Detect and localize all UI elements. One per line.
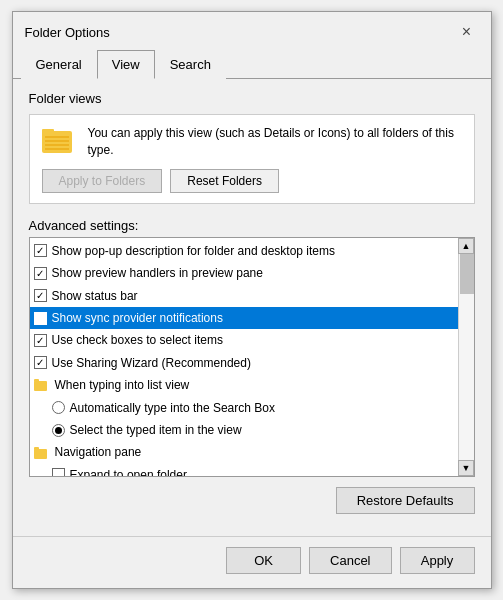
apply-to-folders-button[interactable]: Apply to Folders <box>42 169 163 193</box>
advanced-settings-section: Advanced settings: Show pop-up descripti… <box>29 218 475 477</box>
svg-rect-4 <box>45 144 69 146</box>
tab-content: Folder views You can apply <box>13 79 491 536</box>
list-item[interactable]: Use check boxes to select items <box>30 329 458 351</box>
scrollbar-down-button[interactable]: ▼ <box>458 460 474 476</box>
scrollbar-up-button[interactable]: ▲ <box>458 238 474 254</box>
list-item[interactable]: Show status bar <box>30 285 458 307</box>
svg-rect-9 <box>34 447 39 450</box>
list-item-label: Show pop-up description for folder and d… <box>52 241 336 261</box>
list-item[interactable]: Expand to open folder <box>30 464 458 476</box>
list-item-label: Navigation pane <box>55 442 142 462</box>
list-item-label: Show status bar <box>52 286 138 306</box>
radio-icon <box>52 401 65 414</box>
svg-rect-6 <box>34 381 47 391</box>
tab-general[interactable]: General <box>21 50 97 79</box>
radio-icon <box>52 424 65 437</box>
folder-views-box: You can apply this view (such as Details… <box>29 114 475 204</box>
list-item[interactable]: Use Sharing Wizard (Recommended) <box>30 352 458 374</box>
list-item-label: Show sync provider notifications <box>52 308 223 328</box>
list-item[interactable]: Automatically type into the Search Box <box>30 397 458 419</box>
svg-rect-8 <box>34 449 47 459</box>
advanced-settings-list[interactable]: Show pop-up description for folder and d… <box>29 237 475 477</box>
folder-views-buttons: Apply to Folders Reset Folders <box>42 169 462 193</box>
restore-defaults-row: Restore Defaults <box>29 487 475 514</box>
cancel-button[interactable]: Cancel <box>309 547 391 574</box>
tab-bar: General View Search <box>13 50 491 79</box>
folder-icon <box>42 125 78 157</box>
scrollbar-track[interactable] <box>459 254 474 460</box>
list-item-label: Show preview handlers in preview pane <box>52 263 263 283</box>
tab-search[interactable]: Search <box>155 50 226 79</box>
checkbox-icon <box>34 356 47 369</box>
dialog-title: Folder Options <box>25 25 110 40</box>
restore-defaults-button[interactable]: Restore Defaults <box>336 487 475 514</box>
folder-sub-icon <box>34 446 50 460</box>
list-content: Show pop-up description for folder and d… <box>30 238 458 476</box>
checkbox-icon <box>34 267 47 280</box>
checkbox-icon <box>52 468 65 475</box>
dialog-footer: OK Cancel Apply <box>13 536 491 588</box>
checkbox-icon <box>34 289 47 302</box>
folder-views-description: You can apply this view (such as Details… <box>88 125 462 159</box>
checkbox-icon <box>34 244 47 257</box>
list-item[interactable]: Show preview handlers in preview pane <box>30 262 458 284</box>
checkbox-icon <box>34 312 47 325</box>
svg-rect-5 <box>45 148 69 150</box>
list-item-label: Automatically type into the Search Box <box>70 398 275 418</box>
list-item[interactable]: Navigation pane <box>30 441 458 463</box>
list-item[interactable]: Select the typed item in the view <box>30 419 458 441</box>
list-item-selected[interactable]: Show sync provider notifications <box>30 307 458 329</box>
folder-views-content: You can apply this view (such as Details… <box>42 125 462 159</box>
svg-rect-7 <box>34 379 39 382</box>
title-bar: Folder Options × <box>13 12 491 50</box>
svg-rect-2 <box>45 136 69 138</box>
scrollbar-thumb[interactable] <box>460 254 474 294</box>
close-button[interactable]: × <box>455 20 479 44</box>
list-item-label: Select the typed item in the view <box>70 420 242 440</box>
ok-button[interactable]: OK <box>226 547 301 574</box>
apply-button[interactable]: Apply <box>400 547 475 574</box>
tab-view[interactable]: View <box>97 50 155 79</box>
list-item-label: Use check boxes to select items <box>52 330 223 350</box>
list-item-label: When typing into list view <box>55 375 190 395</box>
reset-folders-button[interactable]: Reset Folders <box>170 169 279 193</box>
svg-rect-3 <box>45 140 69 142</box>
list-item-label: Expand to open folder <box>70 465 187 476</box>
list-item[interactable]: Show pop-up description for folder and d… <box>30 240 458 262</box>
list-item-label: Use Sharing Wizard (Recommended) <box>52 353 251 373</box>
svg-rect-1 <box>42 129 54 134</box>
folder-options-dialog: Folder Options × General View Search Fol… <box>12 11 492 589</box>
advanced-settings-title: Advanced settings: <box>29 218 475 233</box>
folder-views-title: Folder views <box>29 91 475 106</box>
scrollbar[interactable]: ▲ ▼ <box>458 238 474 476</box>
list-item[interactable]: When typing into list view <box>30 374 458 396</box>
checkbox-icon <box>34 334 47 347</box>
folder-sub-icon <box>34 378 50 392</box>
